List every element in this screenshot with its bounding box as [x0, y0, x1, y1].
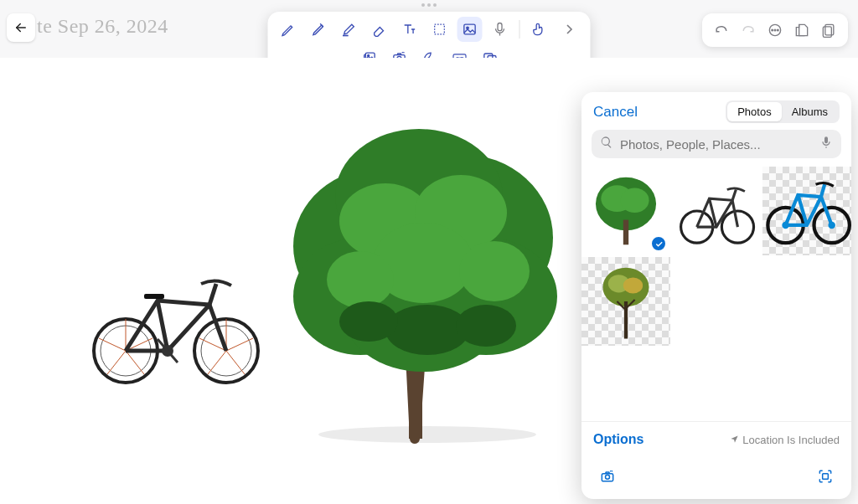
dictate-icon[interactable]	[819, 136, 833, 152]
svg-rect-2	[464, 24, 475, 34]
picker-options-row: Options Location Is Included	[581, 421, 851, 457]
svg-rect-0	[343, 35, 349, 37]
svg-line-26	[99, 338, 126, 351]
svg-rect-1	[435, 24, 445, 34]
svg-point-39	[318, 426, 536, 443]
svg-point-51	[459, 241, 530, 301]
segment-photos[interactable]: Photos	[727, 102, 781, 121]
redo-button[interactable]	[736, 18, 761, 43]
segment-albums[interactable]: Albums	[782, 102, 838, 121]
right-toolbar	[702, 13, 848, 47]
pen-tool[interactable]	[307, 17, 332, 42]
lasso-tool[interactable]	[427, 17, 452, 42]
canvas-bike-image[interactable]	[84, 259, 268, 388]
page-title: te Sep 26, 2024	[37, 15, 168, 38]
search-wrap	[581, 130, 851, 167]
svg-point-58	[621, 188, 649, 213]
thumb-blank-1[interactable]	[672, 257, 761, 346]
svg-point-68	[828, 222, 835, 229]
canvas-tree-image[interactable]	[260, 104, 570, 459]
svg-rect-60	[672, 167, 761, 255]
svg-point-17	[778, 29, 779, 31]
thumb-tree-green[interactable]	[581, 167, 670, 255]
search-icon	[600, 136, 613, 152]
scan-button[interactable]	[814, 465, 836, 487]
search-input[interactable]	[620, 137, 813, 152]
location-icon	[730, 434, 739, 446]
mic-tool[interactable]	[488, 17, 513, 42]
svg-point-71	[623, 277, 643, 293]
more-button[interactable]	[762, 18, 788, 43]
svg-rect-77	[823, 474, 829, 480]
photo-picker-panel: Cancel Photos Albums	[581, 92, 851, 499]
svg-rect-59	[623, 220, 628, 245]
text-tool[interactable]	[397, 17, 422, 42]
picker-bottom-row	[581, 457, 851, 499]
svg-rect-35	[144, 294, 164, 299]
svg-line-32	[226, 351, 245, 374]
back-button[interactable]	[7, 13, 35, 42]
toolbar-drag-handle[interactable]	[421, 3, 437, 7]
location-indicator: Location Is Included	[730, 434, 840, 446]
thumb-tree-autumn[interactable]	[581, 257, 670, 346]
more-tools-chevron[interactable]	[557, 17, 582, 42]
photo-grid	[581, 167, 851, 346]
svg-point-54	[456, 305, 516, 347]
export-button[interactable]	[789, 18, 814, 43]
toolbar-separator	[519, 20, 520, 39]
pages-button[interactable]	[816, 18, 841, 43]
toolbar-row-1	[277, 17, 582, 42]
svg-point-50	[327, 251, 394, 308]
search-field[interactable]	[592, 130, 841, 158]
camera-import-button[interactable]	[597, 465, 618, 487]
svg-line-33	[208, 351, 226, 374]
pencil-tool[interactable]	[277, 17, 302, 42]
svg-point-15	[772, 29, 773, 31]
svg-point-67	[782, 222, 788, 229]
highlighter-tool[interactable]	[337, 17, 362, 42]
thumb-bike-blue[interactable]	[762, 167, 851, 255]
svg-line-34	[209, 284, 216, 305]
cancel-button[interactable]: Cancel	[593, 104, 638, 121]
svg-line-66	[821, 184, 824, 197]
svg-line-27	[126, 351, 144, 374]
svg-rect-40	[409, 363, 422, 439]
picker-segmented-control: Photos Albums	[726, 100, 840, 123]
image-tool[interactable]	[457, 17, 483, 42]
svg-rect-4	[498, 23, 502, 31]
gesture-tool[interactable]	[527, 17, 552, 42]
undo-button[interactable]	[709, 18, 734, 43]
options-button[interactable]: Options	[593, 432, 644, 447]
thumb-bike-black[interactable]	[672, 167, 761, 255]
svg-point-53	[339, 301, 398, 342]
picker-header: Cancel Photos Albums	[581, 92, 851, 130]
svg-line-30	[226, 338, 253, 351]
eraser-tool[interactable]	[367, 17, 392, 42]
svg-line-28	[107, 351, 126, 374]
svg-point-16	[774, 29, 776, 31]
selected-check-icon	[650, 235, 667, 252]
thumb-blank-2[interactable]	[762, 257, 851, 346]
location-label: Location Is Included	[742, 434, 840, 446]
svg-point-76	[606, 475, 610, 479]
